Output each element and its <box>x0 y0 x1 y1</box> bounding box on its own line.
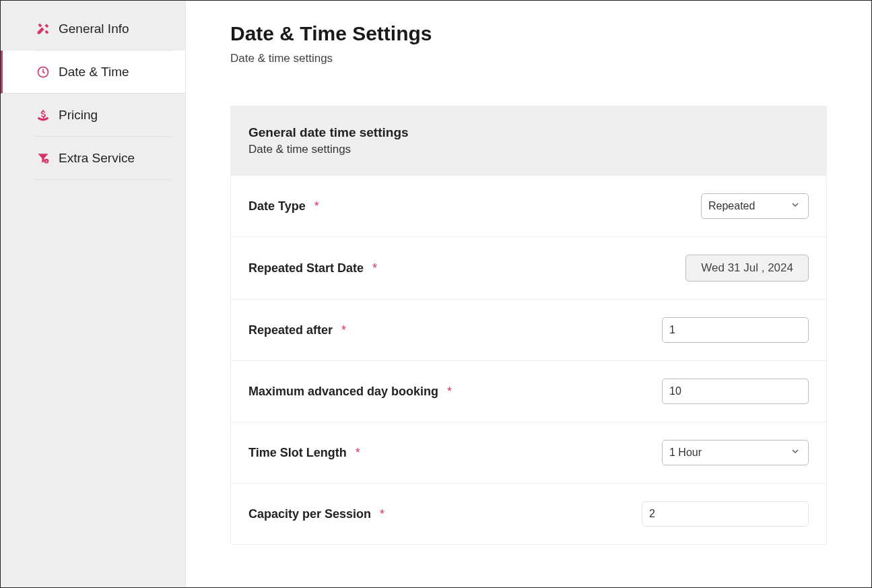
required-star: * <box>372 261 377 275</box>
required-star: * <box>314 199 319 213</box>
label-date-type: Date Type * <box>248 199 319 214</box>
settings-card: General date time settings Date & time s… <box>230 106 827 545</box>
sidebar-item-label: General Info <box>59 22 129 36</box>
card-header: General date time settings Date & time s… <box>231 106 826 175</box>
tools-icon <box>34 22 52 36</box>
required-star: * <box>380 507 384 521</box>
sidebar-item-date-time[interactable]: Date & Time <box>1 51 185 94</box>
required-star: * <box>447 385 452 398</box>
input-repeated-after[interactable] <box>662 317 809 343</box>
select-date-type[interactable] <box>701 193 809 219</box>
clock-icon <box>34 65 52 79</box>
card-title: General date time settings <box>248 125 809 140</box>
required-star: * <box>356 446 360 459</box>
sidebar-item-pricing[interactable]: Pricing <box>34 94 172 137</box>
sidebar-item-extra-service[interactable]: $ Extra Service <box>34 137 172 180</box>
label-capacity: Capacity per Session * <box>248 507 384 521</box>
input-repeated-after-wrap <box>662 317 809 343</box>
page-subtitle: Date & time settings <box>230 52 827 65</box>
date-picker-wrap: Wed 31 Jul , 2024 <box>685 255 809 282</box>
input-max-advanced-wrap <box>662 379 809 404</box>
page-title: Date & Time Settings <box>230 22 827 45</box>
row-repeated-start-date: Repeated Start Date * Wed 31 Jul , 2024 <box>231 236 826 299</box>
filter-money-icon: $ <box>34 152 52 165</box>
input-capacity-wrap <box>642 501 809 527</box>
app-root: General Info Date & Time Pricing $ Extra… <box>0 0 872 588</box>
required-star: * <box>341 323 346 337</box>
sidebar-item-label: Pricing <box>59 108 98 123</box>
sidebar-list: General Info Date & Time Pricing $ Extra… <box>1 7 185 180</box>
sidebar-item-general-info[interactable]: General Info <box>34 7 172 51</box>
row-max-advanced: Maximum advanced day booking * <box>231 360 826 422</box>
input-capacity[interactable] <box>642 501 809 527</box>
card-subtitle: Date & time settings <box>248 143 809 156</box>
label-time-slot-length: Time Slot Length * <box>248 446 360 460</box>
row-date-type: Date Type * <box>231 175 826 236</box>
label-repeated-after: Repeated after * <box>248 323 346 337</box>
pricing-icon <box>34 108 52 122</box>
select-date-type-wrap <box>701 193 809 219</box>
row-time-slot-length: Time Slot Length * <box>231 422 826 483</box>
select-time-slot-wrap <box>662 440 809 465</box>
row-capacity: Capacity per Session * <box>231 483 826 544</box>
select-time-slot-length[interactable] <box>662 440 809 465</box>
main-content: Date & Time Settings Date & time setting… <box>186 1 871 587</box>
sidebar-item-label: Extra Service <box>59 151 135 166</box>
row-repeated-after: Repeated after * <box>231 299 826 360</box>
sidebar-item-label: Date & Time <box>59 65 129 79</box>
input-max-advanced[interactable] <box>662 379 809 404</box>
date-picker-repeated-start[interactable]: Wed 31 Jul , 2024 <box>685 255 809 282</box>
label-max-advanced: Maximum advanced day booking * <box>248 385 452 399</box>
sidebar: General Info Date & Time Pricing $ Extra… <box>1 1 186 587</box>
label-repeated-start-date: Repeated Start Date * <box>248 261 377 275</box>
